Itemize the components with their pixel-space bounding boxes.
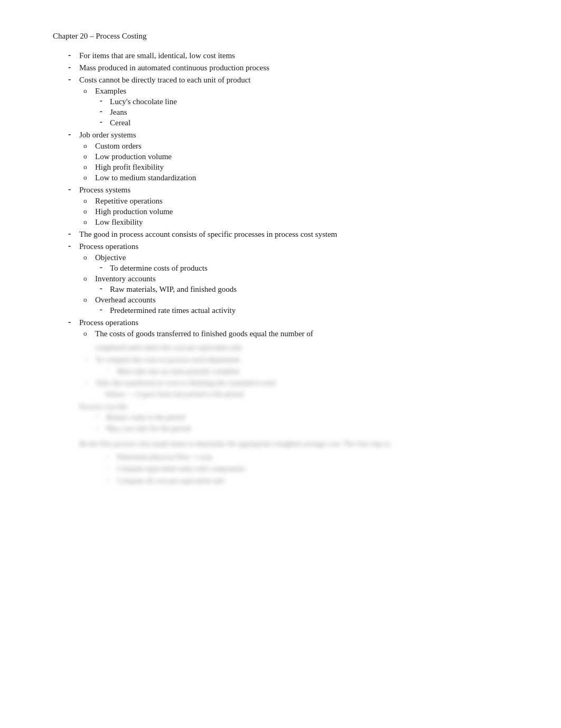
list-item: Examples Lucy's chocolate line Jeans Cer… [79,87,519,127]
list-item: Repetitive operations [79,197,519,206]
blurred-line-1: completed units times the cost per equiv… [95,344,519,352]
list-item: Process operations Objective To determin… [63,242,519,315]
list-item: Overhead accounts Predetermined rate tim… [79,296,519,315]
list-item: The good in process account consists of … [63,230,519,239]
level2-list: Custom orders Low production volume High… [79,142,519,182]
list-item: Predetermined rate times actual activity [95,306,519,315]
list-item: Low flexibility [79,218,519,227]
list-item: For items that are small, identical, low… [63,51,519,60]
list-item: Low to medium standardization [79,173,519,182]
list-item: Raw materials, WIP, and finished goods [95,285,519,294]
level2-list: Objective To determine costs of products… [79,253,519,315]
level2-list: Examples Lucy's chocolate line Jeans Cer… [79,87,519,127]
overhead-accounts-label: Overhead accounts [95,296,156,304]
list-item: Low production volume [79,152,519,161]
blurred-process-label: Process cost file [79,403,519,411]
main-content: For items that are small, identical, low… [63,51,519,487]
list-item: Inventory accounts Raw materials, WIP, a… [79,274,519,294]
list-item: Mass produced in automated continuous pr… [63,63,519,72]
list-item: The costs of goods transferred to finish… [79,329,519,338]
level3-list: Raw materials, WIP, and finished goods [95,285,519,294]
list-item: To determine costs of products [95,264,519,273]
blurred-sub-section: ⁃ To compute the costs to process each d… [85,355,519,399]
list-item: Costs cannot be directly traced to each … [63,76,519,127]
top-level-list: For items that are small, identical, low… [63,51,519,338]
level3-list: Predetermined rate times actual activity [95,306,519,315]
list-item: Job order systems Custom orders Low prod… [63,131,519,182]
page-container: Chapter 20 – Process Costing For items t… [53,32,519,487]
level2-list: Repetitive operations High production vo… [79,197,519,227]
list-item: High production volume [79,207,519,216]
page-title: Chapter 20 – Process Costing [53,32,519,41]
list-item: Cereal [95,118,519,127]
list-item: Custom orders [79,142,519,151]
level2-list: The costs of goods transferred to finish… [79,329,519,338]
list-item: Jeans [95,108,519,117]
list-item: Objective To determine costs of products [79,253,519,273]
list-item: High profit flexibility [79,163,519,172]
blurred-paragraph: Be the first process who made items to d… [79,438,519,449]
blurred-content-section: completed units times the cost per equiv… [79,344,519,487]
blurred-process-items: ⁃ Relates value to the period ⁃ May cost… [95,413,519,433]
list-item: Lucy's chocolate line [95,97,519,106]
blurred-steps: ⁃ Determine physical flow × costs ⁃ Comp… [106,451,519,487]
list-item: Process systems Repetitive operations Hi… [63,186,519,227]
level3-list: To determine costs of products [95,264,519,273]
list-item: Process operations The costs of goods tr… [63,318,519,338]
level3-list: Lucy's chocolate line Jeans Cereal [95,97,519,127]
